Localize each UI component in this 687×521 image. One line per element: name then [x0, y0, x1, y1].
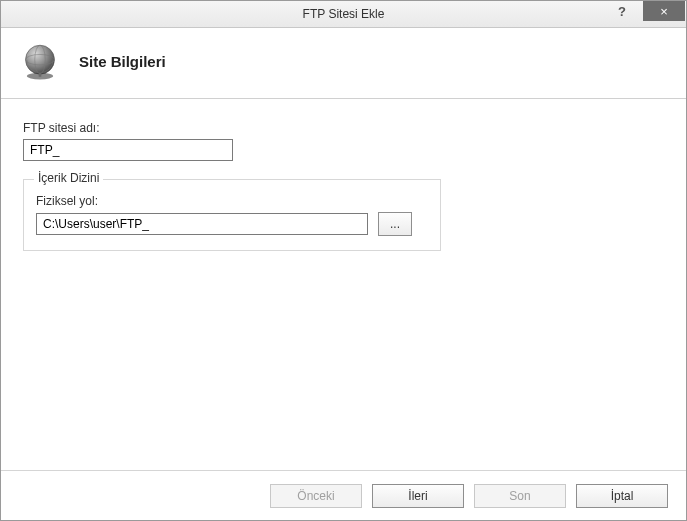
close-icon: × — [660, 4, 668, 19]
content-directory-group: İçerik Dizini Fiziksel yol: ... — [23, 179, 441, 251]
finish-button: Son — [474, 484, 566, 508]
page-title: Site Bilgileri — [79, 53, 166, 70]
browse-button[interactable]: ... — [378, 212, 412, 236]
window-title: FTP Sitesi Ekle — [303, 7, 385, 21]
close-button[interactable]: × — [643, 1, 685, 21]
physical-path-label: Fiziksel yol: — [36, 194, 428, 208]
titlebar: FTP Sitesi Ekle ? × — [1, 1, 686, 28]
site-name-label: FTP sitesi adı: — [23, 121, 664, 135]
wizard-header: Site Bilgileri — [1, 28, 686, 99]
titlebar-buttons: ? × — [601, 1, 686, 27]
globe-icon — [19, 40, 61, 82]
content-area: FTP sitesi adı: İçerik Dizini Fiziksel y… — [1, 99, 686, 261]
ellipsis-icon: ... — [390, 217, 400, 231]
content-directory-legend: İçerik Dizini — [34, 171, 103, 185]
svg-point-0 — [26, 45, 55, 74]
physical-path-row: ... — [36, 212, 428, 236]
wizard-footer: Önceki İleri Son İptal — [1, 470, 686, 520]
next-button[interactable]: İleri — [372, 484, 464, 508]
site-name-input[interactable] — [23, 139, 233, 161]
svg-rect-4 — [39, 73, 42, 77]
dialog-body: Site Bilgileri FTP sitesi adı: İçerik Di… — [1, 28, 686, 520]
help-icon: ? — [618, 4, 626, 19]
physical-path-input[interactable] — [36, 213, 368, 235]
cancel-button[interactable]: İptal — [576, 484, 668, 508]
help-button[interactable]: ? — [601, 1, 643, 21]
previous-button: Önceki — [270, 484, 362, 508]
